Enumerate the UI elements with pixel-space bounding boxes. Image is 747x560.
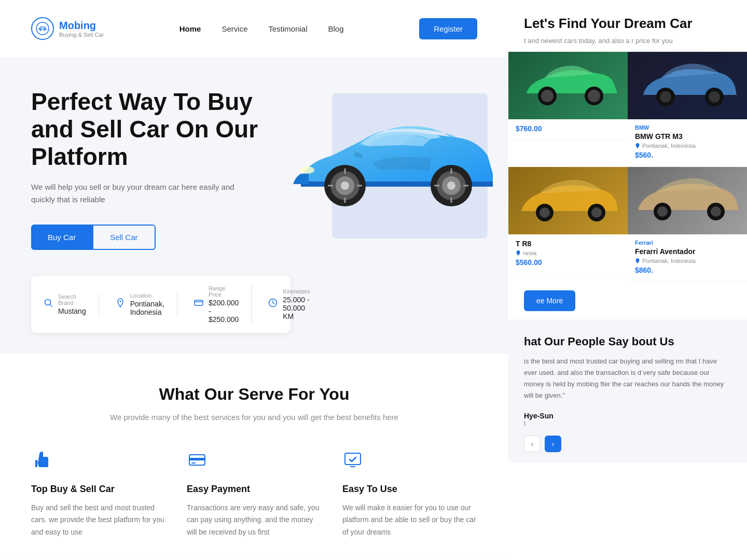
car-card-4[interactable]: Ferrari Ferarri Aventador Pontianak, Ind… [628, 167, 747, 282]
svg-point-1 [40, 30, 42, 31]
hero-car-illustration [270, 73, 488, 239]
search-bar: Search Brand Mustang Location Pontianak,… [31, 276, 290, 333]
location-pin-icon-4 [635, 258, 640, 263]
car-4-location: Pontianak, Indonesia [642, 258, 696, 264]
car-card-2-info: BMW BMW GTR M3 Pontianak, Indonesia $560… [628, 119, 747, 167]
car-card-1[interactable]: $760.00 [508, 52, 628, 167]
testimonial-author: Hye-Sun [524, 412, 731, 420]
thumbs-up-icon [31, 450, 56, 474]
buy-car-button[interactable]: Buy Car [31, 225, 92, 250]
search-price-field[interactable]: Range Price $200.000 - $250.000 [194, 285, 252, 324]
svg-point-33 [660, 91, 671, 103]
dream-car-title: Let's Find Your Dream Car [524, 16, 731, 32]
dream-car-desc: t and newest cars today. and also a r pr… [524, 36, 731, 46]
payment-icon [187, 450, 212, 474]
testimonial-author-block: Hye-Sun t [524, 412, 731, 427]
car-2-price: $560. [635, 151, 653, 159]
service-buy-sell-desc: Buy and sell the best and most trusted c… [31, 502, 166, 539]
car-image-2 [628, 52, 747, 119]
logo-subtitle: Buying & Sell Car [59, 32, 104, 38]
main-nav: Home Service Testimonial Blog [179, 24, 344, 33]
search-km-label: Kilometers [283, 288, 310, 295]
svg-point-35 [709, 91, 720, 103]
svg-point-2 [44, 30, 46, 31]
hero-title: Perfect Way To Buy and Sell Car On Our P… [31, 88, 290, 171]
car-3-location-row: nesia [516, 250, 620, 256]
car-grid: $760.00 [508, 52, 747, 282]
testimonial-next-button[interactable]: › [545, 436, 561, 452]
car-image-4 [628, 167, 747, 234]
svg-point-4 [119, 301, 121, 302]
nav-testimonial[interactable]: Testimonial [269, 24, 308, 33]
search-brand-label: Search Brand [58, 293, 86, 306]
svg-point-41 [657, 206, 668, 217]
svg-point-43 [711, 206, 721, 217]
testimonial-prev-button[interactable]: ‹ [524, 436, 541, 452]
location-pin-icon-2 [635, 143, 640, 148]
nav-blog[interactable]: Blog [328, 24, 344, 33]
location-icon [116, 298, 125, 310]
service-easy-use-desc: We will make it easier for you to use ou… [342, 502, 477, 539]
location-pin-icon-3 [516, 250, 521, 256]
search-icon [44, 298, 53, 310]
register-button[interactable]: Register [419, 18, 477, 39]
service-payment-name: Easy Payment [187, 484, 322, 495]
car-4-brand: Ferrari [635, 240, 740, 246]
service-card-payment: Easy Payment Transactions are very easy … [187, 450, 322, 539]
testimonial-text: is the best and most trusted car buying … [524, 356, 731, 401]
see-more-button[interactable]: ee More [524, 290, 575, 311]
car-image-1 [508, 52, 628, 119]
search-km-field[interactable]: Kilometers 25.000 - 50.000 KM [268, 288, 322, 320]
car-card-2[interactable]: BMW BMW GTR M3 Pontianak, Indonesia $560… [628, 52, 747, 167]
service-buy-sell-name: Top Buy & Sell Car [31, 484, 166, 495]
search-location-field[interactable]: Location Pontianak, Indonesia [116, 292, 177, 316]
logo: Mobing Buying & Sell Car [31, 17, 104, 40]
svg-point-37 [540, 207, 550, 218]
service-easy-use-name: Easy To Use [342, 484, 477, 495]
car-2-location: Pontianak, Indonesia [642, 143, 696, 149]
search-price-label: Range Price [209, 285, 239, 298]
search-price-content: Range Price $200.000 - $250.000 [209, 285, 239, 324]
price-icon [194, 298, 203, 310]
service-card-easy-use: Easy To Use We will make it easier for y… [342, 450, 477, 539]
service-card-buy-sell: Top Buy & Sell Car Buy and sell the best… [31, 450, 166, 539]
svg-rect-25 [189, 458, 205, 460]
car-logo-icon [36, 22, 49, 35]
sell-car-button[interactable]: Sell Car [92, 225, 155, 250]
car-4-location-row: Pontianak, Indonesia [635, 258, 740, 264]
nav-home[interactable]: Home [179, 24, 201, 33]
testimonial-nav: ‹ › [524, 436, 731, 452]
search-km-content: Kilometers 25.000 - 50.000 KM [283, 288, 310, 320]
svg-point-39 [591, 207, 602, 218]
svg-point-23 [300, 166, 314, 174]
car-3-model: T R8 [516, 240, 620, 248]
car-image [270, 83, 498, 239]
car-3-location: nesia [523, 250, 536, 256]
testimonial-section: hat Our People Say bout Us is the best a… [508, 319, 747, 463]
car-4-price: $860. [635, 266, 653, 274]
car-card-1-info: $760.00 [508, 119, 628, 141]
car-image-3 [508, 167, 628, 234]
search-location-content: Location Pontianak, Indonesia [130, 292, 164, 316]
car-1-price: $760.00 [516, 124, 542, 133]
svg-point-29 [541, 90, 554, 102]
hero-buttons: Buy Car Sell Car [31, 225, 290, 250]
car-2-brand: BMW [635, 124, 740, 131]
dream-car-header: Let's Find Your Dream Car t and newest c… [508, 0, 747, 52]
search-brand-field[interactable]: Search Brand Mustang [44, 293, 99, 315]
service-payment-desc: Transactions are very easy and safe, you… [187, 502, 322, 539]
testimonial-title: hat Our People Say bout Us [524, 335, 731, 348]
car-card-4-info: Ferrari Ferarri Aventador Pontianak, Ind… [628, 234, 747, 282]
logo-name: Mobing [59, 20, 104, 32]
car-card-3[interactable]: T R8 nesia $560.00 [508, 167, 628, 282]
logo-text: Mobing Buying & Sell Car [59, 20, 104, 38]
svg-point-14 [447, 181, 455, 190]
search-location-label: Location [130, 292, 164, 299]
testimonial-role: t [524, 420, 731, 427]
search-km-value: 25.000 - 50.000 KM [283, 296, 310, 320]
nav-service[interactable]: Service [222, 24, 247, 33]
km-icon [268, 298, 278, 310]
right-panel: Let's Find Your Dream Car t and newest c… [508, 0, 747, 560]
svg-point-31 [588, 90, 600, 102]
services-title: What Our Serve For You [31, 385, 477, 404]
